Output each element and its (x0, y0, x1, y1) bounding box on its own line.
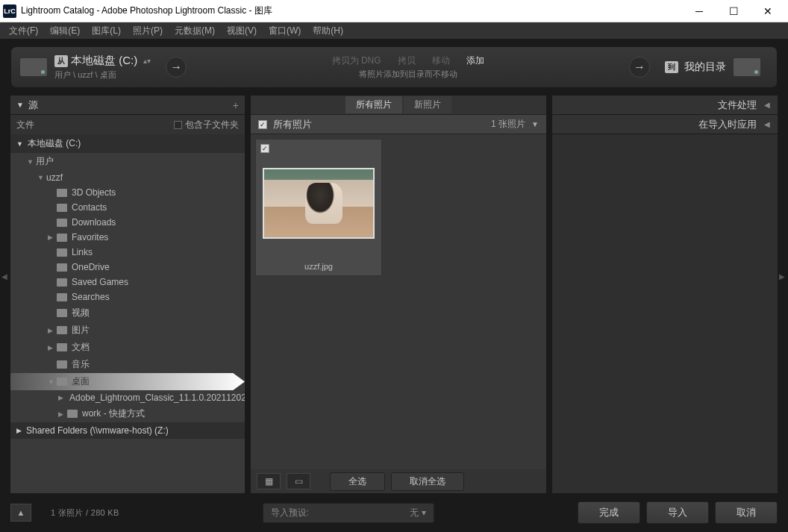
tree-desktop-child[interactable]: ▶work - 快捷方式 (10, 405, 245, 422)
import-subtitle: 将照片添加到目录而不移动 (359, 69, 457, 80)
grid-view-button[interactable]: ▦ (257, 473, 281, 489)
source-panel-title: 源 (28, 98, 38, 112)
import-option-add[interactable]: 添加 (466, 54, 484, 67)
left-panel: ▼ 源 + 文件 包含子文件夹 ▼本地磁盘 (C:) ▼用户 ▼uzzf 3D … (10, 96, 245, 493)
tree-desktop-child[interactable]: ▶Adobe_Lightroom_Classic_11.1.0.20211202… (10, 390, 245, 405)
tree-users[interactable]: ▼用户 (10, 153, 245, 170)
thumbnail-grid[interactable]: ✓ uzzf.jpg (251, 134, 546, 469)
tree-shared-header[interactable]: ▶Shared Folders (\\vmware-host) (Z:) (10, 422, 245, 439)
import-option-move[interactable]: 移动 (432, 54, 450, 67)
import-button[interactable]: 导入 (646, 501, 709, 524)
titlebar: LrC Lightroom Catalog - Adobe Photoshop … (0, 0, 788, 22)
tree-drive-header[interactable]: ▼本地磁盘 (C:) (10, 134, 245, 153)
menubar: 文件(F)编辑(E)图库(L)照片(P)元数据(M)视图(V)窗口(W)帮助(H… (0, 22, 788, 39)
drive-icon (20, 58, 47, 76)
grid-toolbar: ▦ ▭ 全选 取消全选 (251, 469, 546, 493)
menubar-item[interactable]: 照片(P) (127, 23, 169, 39)
left-panel-toggle[interactable]: ◀ (1, 261, 9, 291)
menubar-item[interactable]: 帮助(H) (307, 23, 349, 39)
tree-folder[interactable]: 3D Objects (10, 185, 245, 200)
folder-tree[interactable]: ▼本地磁盘 (C:) ▼用户 ▼uzzf 3D ObjectsContactsD… (10, 134, 245, 493)
right-panel-toggle[interactable]: ▶ (779, 261, 787, 291)
chevron-down-icon: ▼ (16, 101, 24, 109)
tree-folder[interactable]: Links (10, 245, 245, 260)
tree-user[interactable]: ▼uzzf (10, 170, 245, 185)
import-option-copy[interactable]: 拷贝 (398, 54, 416, 67)
destination-label[interactable]: 我的目录 (684, 60, 726, 74)
file-subheader: 文件 包含子文件夹 (10, 115, 245, 134)
tree-desktop[interactable]: ▼桌面 (10, 373, 245, 390)
window-title: Lightroom Catalog - Adobe Photoshop Ligh… (21, 4, 682, 17)
thumbnail-cell[interactable]: ✓ uzzf.jpg (255, 139, 382, 276)
tree-folder[interactable]: Downloads (10, 215, 245, 230)
thumbnail-checkbox[interactable]: ✓ (260, 144, 269, 153)
source-drive-label[interactable]: 本地磁盘 (C:) (71, 54, 137, 68)
loupe-view-button[interactable]: ▭ (287, 473, 310, 489)
collapse-button[interactable]: ▲ (10, 504, 31, 522)
nav-arrow-right-2[interactable]: → (629, 57, 650, 78)
center-panel: 所有照片新照片 ✓ 所有照片 1 张照片 ▼ ✓ uzzf.jpg ▦ ▭ 全选… (251, 96, 546, 493)
nav-arrow-right-1[interactable]: → (166, 57, 187, 78)
source-path: 用户 \ uzzf \ 桌面 (54, 69, 151, 81)
footer-info: 1 张照片 / 280 KB (51, 507, 119, 519)
footer: ▲ 1 张照片 / 280 KB 导入预设: 无 ▾ 完成 导入 取消 (10, 493, 778, 532)
app-icon: LrC (3, 4, 16, 18)
select-all-checkbox[interactable]: ✓ (258, 120, 267, 129)
menubar-item[interactable]: 视图(V) (221, 23, 263, 39)
to-badge: 到 (665, 61, 678, 73)
tree-folder[interactable]: ▶Favorites (10, 230, 245, 245)
chevron-left-icon: ◀ (764, 120, 770, 128)
tree-folder[interactable]: ▶文档 (10, 339, 245, 356)
menubar-item[interactable]: 窗口(W) (263, 23, 307, 39)
tree-folder[interactable]: Saved Games (10, 275, 245, 290)
chevron-left-icon: ◀ (764, 101, 770, 109)
include-subfolders-checkbox[interactable] (174, 121, 182, 129)
dest-drive-icon (734, 58, 760, 76)
thumbnail-filename: uzzf.jpg (260, 262, 377, 271)
tree-folder[interactable]: 视频 (10, 304, 245, 322)
deselect-all-button[interactable]: 取消全选 (391, 472, 464, 491)
add-source-icon[interactable]: + (233, 99, 239, 111)
file-label: 文件 (16, 119, 34, 131)
tree-folder[interactable]: OneDrive (10, 260, 245, 275)
tree-folder[interactable]: 音乐 (10, 356, 245, 373)
sort-dropdown-icon[interactable]: ▼ (531, 120, 539, 128)
photo-count: 1 张照片 (491, 118, 525, 131)
thumbnail-image[interactable] (263, 168, 375, 239)
menubar-item[interactable]: 图库(L) (86, 23, 127, 39)
menubar-item[interactable]: 编辑(E) (44, 23, 86, 39)
select-all-button[interactable]: 全选 (330, 472, 385, 491)
tab[interactable]: 所有照片 (345, 96, 402, 113)
grid-header: ✓ 所有照片 1 张照片 ▼ (251, 115, 546, 134)
source-dropdown-icon[interactable]: ▴▾ (143, 57, 151, 65)
import-top-bar: 从 本地磁盘 (C:) ▴▾ 用户 \ uzzf \ 桌面 → 拷贝为 DNG拷… (10, 46, 778, 88)
right-panel: 文件处理◀ 在导入时应用◀ (552, 96, 778, 493)
minimize-button[interactable]: ─ (682, 0, 716, 22)
cancel-button[interactable]: 取消 (715, 501, 778, 524)
tree-folder[interactable]: ▶图片 (10, 322, 245, 339)
from-badge: 从 (54, 55, 68, 67)
done-button[interactable]: 完成 (578, 501, 640, 524)
tree-folder[interactable]: Contacts (10, 200, 245, 215)
grid-title: 所有照片 (273, 118, 312, 131)
tabs: 所有照片新照片 (251, 96, 546, 115)
source-panel-header[interactable]: ▼ 源 + (10, 96, 245, 115)
import-options: 拷贝为 DNG拷贝移动添加将照片添加到目录而不移动 (201, 54, 614, 80)
tree-folder[interactable]: Searches (10, 290, 245, 304)
import-option-copy_dng[interactable]: 拷贝为 DNG (332, 54, 381, 67)
menubar-item[interactable]: 文件(F) (3, 23, 44, 39)
file-handling-panel[interactable]: 文件处理◀ (552, 96, 778, 115)
tab[interactable]: 新照片 (404, 96, 451, 113)
import-preset-select[interactable]: 导入预设: 无 ▾ (263, 503, 434, 523)
close-button[interactable]: ✕ (751, 0, 785, 22)
menubar-item[interactable]: 元数据(M) (169, 23, 221, 39)
apply-during-import-panel[interactable]: 在导入时应用◀ (552, 115, 778, 134)
maximize-button[interactable]: ☐ (716, 0, 751, 22)
include-subfolders-label: 包含子文件夹 (185, 119, 239, 131)
